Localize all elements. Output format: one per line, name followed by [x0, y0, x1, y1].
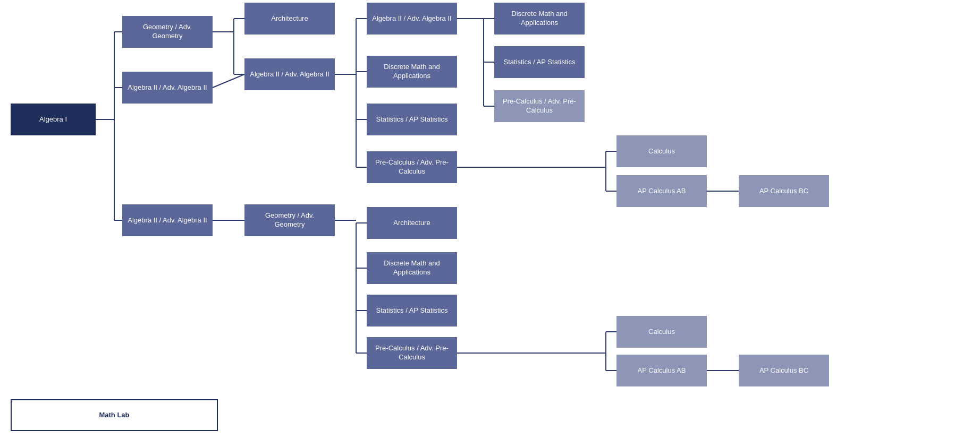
node-ap-calc-ab2: AP Calculus AB	[616, 355, 707, 386]
svg-line-9	[213, 74, 244, 88]
node-calculus1: Calculus	[616, 135, 707, 167]
node-precalc1: Pre-Calculus / Adv. Pre-Calculus	[367, 151, 457, 183]
node-stats2: Statistics / AP Statistics	[367, 295, 457, 326]
node-discrete2: Discrete Math and Applications	[367, 252, 457, 284]
node-precalc2: Pre-Calculus / Adv. Pre-Calculus	[367, 337, 457, 369]
node-alg2-top: Algebra II / Adv. Algebra II	[367, 3, 457, 35]
node-ap-calc-bc2: AP Calculus BC	[739, 355, 829, 386]
node-arch1: Architecture	[244, 3, 335, 35]
node-alg2-adv2: Algebra II / Adv. Algebra II	[122, 204, 213, 236]
node-math-lab: Math Lab	[11, 399, 218, 431]
node-ap-calc-ab1: AP Calculus AB	[616, 175, 707, 207]
node-ap-calc-bc1: AP Calculus BC	[739, 175, 829, 207]
node-calculus2: Calculus	[616, 316, 707, 348]
node-arch2: Architecture	[367, 207, 457, 239]
node-geo-adv1: Geometry / Adv. Geometry	[122, 16, 213, 48]
node-stats1: Statistics / AP Statistics	[367, 104, 457, 135]
node-discrete1: Discrete Math and Applications	[367, 56, 457, 88]
course-diagram: Algebra I Geometry / Adv. Geometry Algeb…	[0, 0, 980, 447]
node-precalc-top2: Pre-Calculus / Adv. Pre-Calculus	[494, 90, 585, 122]
node-alg2-adv1: Algebra II / Adv. Algebra II	[122, 72, 213, 104]
node-discrete-top: Discrete Math and Applications	[494, 3, 585, 35]
node-geo-adv2: Geometry / Adv. Geometry	[244, 204, 335, 236]
node-stats-top: Statistics / AP Statistics	[494, 46, 585, 78]
node-algebra1: Algebra I	[11, 104, 96, 135]
node-alg2b: Algebra II / Adv. Algebra II	[244, 58, 335, 90]
